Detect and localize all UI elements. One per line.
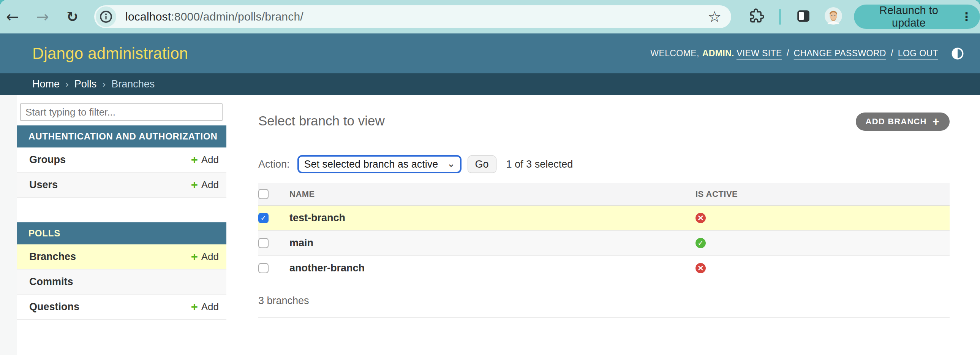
changelist-main: Select branch to view ADD BRANCH + Actio… — [226, 95, 980, 355]
plus-icon: + — [191, 154, 198, 166]
welcome-text: WELCOME, — [650, 48, 699, 59]
table-row: another-branch × — [258, 255, 950, 280]
theme-toggle-icon[interactable] — [951, 47, 964, 60]
breadcrumb-app-link[interactable]: Polls — [75, 78, 97, 90]
action-select-shell: Set selected branch as active ⌄ — [298, 155, 461, 174]
log-out-link[interactable]: LOG OUT — [898, 48, 938, 59]
module-polls: POLLS Branches +Add Commits +Add Questio… — [17, 222, 226, 320]
actions-bar: Action: Set selected branch as active ⌄ … — [258, 155, 950, 174]
add-branch-button[interactable]: ADD BRANCH + — [856, 113, 950, 131]
table-row: ✓ test-branch × — [258, 205, 950, 230]
sidebar-filter-input[interactable] — [20, 103, 223, 121]
view-site-link[interactable]: VIEW SITE — [737, 48, 782, 59]
link-separator: / — [891, 48, 893, 59]
active-status-icon: × — [695, 263, 706, 273]
site-title[interactable]: Django administration — [32, 45, 188, 63]
branch-name-link[interactable]: main — [290, 230, 695, 255]
change-password-link[interactable]: CHANGE PASSWORD — [794, 48, 886, 59]
relaunch-label: Relaunch to update — [864, 4, 953, 29]
row-checkbox[interactable]: ✓ — [258, 213, 269, 223]
module-caption-auth[interactable]: AUTHENTICATION AND AUTHORIZATION — [17, 126, 226, 148]
sidebar-item-commits[interactable]: Commits +Add — [17, 269, 226, 295]
breadcrumb-separator: › — [65, 78, 69, 90]
module-auth: AUTHENTICATION AND AUTHORIZATION Groups … — [17, 126, 226, 197]
browser-menu-icon[interactable]: ⋮ — [961, 10, 972, 24]
column-header-is-active[interactable]: IS ACTIVE — [695, 183, 950, 205]
table-row: main ✓ — [258, 230, 950, 255]
browser-window: ← → ↻ localhost:8000/admin/polls/branch/… — [0, 0, 980, 355]
plus-icon: + — [191, 251, 198, 263]
add-label: Add — [201, 154, 219, 166]
action-counter: 1 of 3 selected — [506, 159, 573, 170]
side-panel-icon[interactable] — [795, 8, 811, 25]
forward-icon[interactable]: → — [37, 9, 49, 24]
action-select[interactable]: Set selected branch as active — [298, 155, 461, 174]
browser-toolbar: ← → ↻ localhost:8000/admin/polls/branch/… — [0, 0, 980, 33]
row-checkbox[interactable] — [258, 263, 269, 273]
extensions-icon[interactable] — [748, 8, 765, 26]
branch-name-link[interactable]: another-branch — [290, 255, 695, 280]
add-users-link[interactable]: +Add — [191, 179, 219, 191]
url-path: :8000/admin/polls/branch/ — [171, 10, 304, 23]
sidebar-item-branches[interactable]: Branches +Add — [17, 244, 226, 269]
sidebar-item-label[interactable]: Commits — [29, 276, 73, 288]
table-header-row: NAME IS ACTIVE — [258, 183, 950, 205]
username: ADMIN. — [702, 48, 734, 59]
action-label: Action: — [258, 159, 290, 170]
bookmark-star-icon[interactable]: ☆ — [708, 8, 721, 25]
go-button[interactable]: Go — [468, 156, 496, 173]
sidebar-item-questions[interactable]: Questions +Add — [17, 295, 226, 320]
sidebar-item-label[interactable]: Users — [29, 179, 58, 191]
breadcrumb-current: Branches — [111, 78, 154, 90]
url-host: localhost — [125, 10, 171, 23]
sidebar-toggle-gutter[interactable] — [0, 95, 17, 355]
breadcrumb: Home › Polls › Branches — [0, 73, 980, 95]
profile-avatar[interactable] — [824, 7, 843, 27]
plus-icon: + — [191, 301, 198, 313]
sidebar-item-groups[interactable]: Groups +Add — [17, 148, 226, 173]
branch-name-link[interactable]: test-branch — [290, 205, 695, 230]
breadcrumb-separator: › — [102, 78, 106, 90]
admin-header: Django administration WELCOME, ADMIN. VI… — [0, 33, 980, 73]
back-icon[interactable]: ← — [6, 9, 19, 24]
page-title: Select branch to view — [258, 113, 950, 129]
row-checkbox[interactable] — [258, 238, 269, 248]
relaunch-to-update-button[interactable]: Relaunch to update ⋮ — [854, 5, 980, 29]
module-caption-polls[interactable]: POLLS — [17, 222, 226, 244]
add-label: Add — [201, 301, 219, 313]
add-questions-link[interactable]: +Add — [191, 301, 219, 313]
result-count: 3 branches — [258, 295, 950, 307]
nav-sidebar: AUTHENTICATION AND AUTHORIZATION Groups … — [17, 95, 226, 355]
select-all-checkbox[interactable] — [258, 189, 269, 199]
toolbar-right-cluster: Relaunch to update ⋮ — [748, 5, 980, 29]
toolbar-divider — [779, 9, 781, 25]
admin-content: AUTHENTICATION AND AUTHORIZATION Groups … — [0, 95, 980, 355]
add-branch-link[interactable]: +Add — [191, 251, 219, 263]
add-groups-link[interactable]: +Add — [191, 154, 219, 166]
link-separator: / — [787, 48, 789, 59]
site-info-icon[interactable] — [96, 6, 116, 27]
url-text: localhost:8000/admin/polls/branch/ — [125, 10, 304, 23]
add-branch-button-label: ADD BRANCH — [865, 117, 927, 127]
sidebar-item-label[interactable]: Groups — [29, 154, 66, 166]
add-label: Add — [201, 179, 219, 191]
reload-icon[interactable]: ↻ — [67, 10, 78, 24]
sidebar-item-label[interactable]: Questions — [29, 301, 80, 313]
content-bottom-divider — [258, 317, 950, 318]
result-list-table: NAME IS ACTIVE ✓ test-branch × main ✓ — [258, 183, 950, 280]
sidebar-item-users[interactable]: Users +Add — [17, 173, 226, 197]
column-header-name[interactable]: NAME — [290, 183, 695, 205]
sidebar-item-label[interactable]: Branches — [29, 251, 76, 263]
active-status-icon: ✓ — [695, 238, 706, 248]
plus-icon: + — [191, 179, 198, 191]
user-tools: WELCOME, ADMIN. VIEW SITE / CHANGE PASSW… — [650, 47, 964, 60]
breadcrumb-home-link[interactable]: Home — [32, 78, 60, 90]
active-status-icon: × — [695, 213, 706, 223]
add-label: Add — [201, 251, 219, 263]
address-bar[interactable]: localhost:8000/admin/polls/branch/ ☆ — [94, 5, 731, 28]
